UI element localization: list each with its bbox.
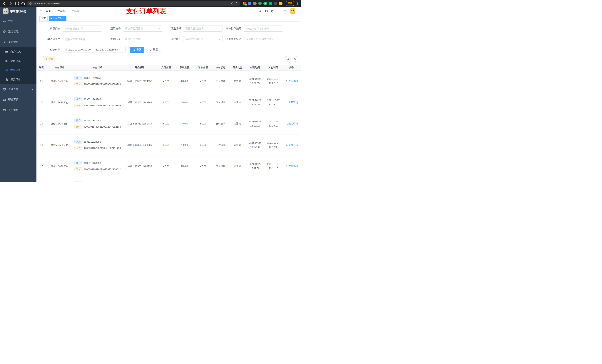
github-icon[interactable] <box>265 10 268 13</box>
time-line: 13:17:03 <box>246 145 264 149</box>
breadcrumb-home[interactable]: 首页 <box>46 10 51 13</box>
table-row-partial: 商户163531185 <box>36 177 301 182</box>
orders-table: 编号支付渠道支付订单商品标题支付金额手续金额退款金额支付状态回调状态创建时间支付… <box>36 64 301 182</box>
order-id-cell: 18 <box>36 134 47 156</box>
sidebar-item-refund-order[interactable]: 退款订单 <box>0 75 36 84</box>
filter-label: 应用编号 <box>104 27 123 30</box>
merchant-order-no-input[interactable] <box>244 26 283 32</box>
notify-status-select[interactable]: 请选择订单回调商户状态 <box>244 36 283 42</box>
bookmark-star-icon[interactable] <box>235 2 238 5</box>
reload-icon[interactable] <box>14 1 20 6</box>
pay-order-cell: 商户1635311468233支付42000011942021102767521… <box>73 156 123 177</box>
help-icon[interactable] <box>271 10 274 13</box>
select-placeholder: 请输入渠道编码 <box>185 27 218 30</box>
column-header: 支付渠道 <box>47 64 73 71</box>
breadcrumb-pay-manage[interactable]: 支付管理 <box>55 10 65 13</box>
empty-cell <box>212 177 229 182</box>
sidebar-item-payment[interactable]: 支付管理 <box>0 37 36 47</box>
user-avatar[interactable] <box>290 8 298 14</box>
time-line: 13:22:15 <box>264 81 283 85</box>
view-detail-link[interactable]: 查看详情 <box>286 165 298 168</box>
column-header: 支付时间 <box>264 64 283 71</box>
search-icon[interactable] <box>258 10 262 13</box>
extension-pin-icon[interactable] <box>274 2 277 5</box>
site-info-icon[interactable] <box>29 2 32 5</box>
sidebar-item-infra[interactable]: 基础设施 <box>0 84 36 94</box>
sidebar-item-workflow[interactable]: 工作流程 <box>0 105 36 115</box>
navbar: 首页 / 支付管理 / 支付订单 支付订单列表 <box>36 7 301 15</box>
extension-green-icon[interactable] <box>258 2 262 5</box>
extensions-strip: 10V <box>241 2 284 5</box>
filter-row: 渠道订单号支付状态请选择支付状态退款状态请选择退款状态回调商户状态请选择订单回调… <box>43 36 301 42</box>
view-detail-link[interactable]: 查看详情 <box>286 122 298 125</box>
refresh-button[interactable] <box>292 56 298 62</box>
back-icon[interactable] <box>2 1 7 6</box>
merchant-order-no: 1635312124657 <box>84 77 101 79</box>
export-button[interactable]: 导出 <box>43 56 55 62</box>
pay-status-select[interactable]: 请选择支付状态 <box>123 36 162 42</box>
channel-order-no-input[interactable] <box>63 36 102 42</box>
sidebar-item-label: 支付订单 <box>10 69 21 72</box>
refund-status-select[interactable]: 请选择退款状态 <box>183 36 223 42</box>
url-text[interactable]: localhost:1024/pay/order <box>33 2 229 5</box>
sidebar-item-label: 研发工具 <box>8 98 19 101</box>
sidebar-item-pay-order[interactable]: 支付订单 <box>0 66 36 75</box>
tab-pay-order[interactable]: 支付订单× <box>49 16 66 21</box>
logo-row[interactable]: 芋道管理系统 <box>0 7 36 16</box>
table-header-row: 编号支付渠道支付订单商品标题支付金额手续金额退款金额支付状态回调状态创建时间支付… <box>36 64 301 71</box>
search-button[interactable]: 搜索 <box>129 47 144 53</box>
view-detail-link[interactable]: 查看详情 <box>286 80 298 83</box>
title-cell: 标题：1635311823086 <box>123 134 157 156</box>
hamburger-icon[interactable] <box>39 10 43 13</box>
extension-grid-icon[interactable]: 10 <box>243 2 246 5</box>
date-range-picker[interactable]: 2021-10-01 00:00:00 - 2021-10-31 23:59:5… <box>63 47 126 53</box>
merchant-order-no: 1635311949168 <box>84 98 101 101</box>
toolbox-icon <box>3 98 6 101</box>
font-size-icon[interactable] <box>284 10 287 13</box>
toggle-search-button[interactable] <box>285 56 291 62</box>
filter-label: 回调商户状态 <box>224 38 244 41</box>
order-id-cell <box>36 177 47 182</box>
share-icon[interactable] <box>231 2 234 5</box>
extension-chat-icon[interactable] <box>269 2 272 5</box>
sidebar-item-dev-tools[interactable]: 研发工具 <box>0 94 36 105</box>
sidebar-item-home[interactable]: 首页 <box>0 16 36 26</box>
forward-icon[interactable] <box>8 1 13 6</box>
channel-code-select[interactable]: 请输入渠道编码 <box>183 26 223 32</box>
merchant-order-no: 1635311823086 <box>84 140 101 143</box>
reset-button[interactable]: 重置 <box>146 47 161 53</box>
view-detail-label: 查看详情 <box>288 80 298 83</box>
view-detail-link[interactable]: 查看详情 <box>286 143 298 147</box>
merchant-tag: 商户 <box>75 97 82 101</box>
pay-order-cell: 商户1635311823086支付42000011672021102710224… <box>73 134 123 156</box>
filter-label: 支付状态 <box>104 38 123 41</box>
yen-icon <box>3 41 6 43</box>
pay-order-cell: 商户163531185 <box>73 177 123 182</box>
home-icon[interactable] <box>21 1 26 6</box>
view-detail-link[interactable]: 查看详情 <box>286 101 298 104</box>
sidebar-item-system[interactable]: 系统管理 <box>0 26 36 37</box>
extension-vue-icon[interactable]: V <box>263 2 267 5</box>
url-bar[interactable]: localhost:1024/pay/order <box>27 1 240 6</box>
filter-label: 渠道编码 <box>164 27 183 30</box>
browser-update-button[interactable]: 更新 <box>286 1 294 6</box>
merchant-input[interactable] <box>63 26 102 32</box>
extension-drop-icon[interactable] <box>248 2 251 5</box>
channel-cell: 微信 JSAPI 支付 <box>47 134 73 156</box>
tab-home[interactable]: 首页 <box>39 16 48 21</box>
sidebar-item-app-info[interactable]: 应用信息 <box>0 56 36 66</box>
date-line: 2021-10-27 <box>246 141 264 145</box>
sidebar-item-merchant-info[interactable]: 商户信息 <box>0 47 36 56</box>
create-time-cell-value: 2021-10-2713:19:09 <box>246 98 264 107</box>
tags-view: 首页支付订单× <box>36 15 301 21</box>
channel-order-line: 支付4200001181202110277723215336 <box>75 104 123 107</box>
fullscreen-icon[interactable] <box>277 10 281 13</box>
extension-globe-icon[interactable] <box>253 2 257 5</box>
app-no-select[interactable]: 请选择应用信息 <box>123 26 162 32</box>
browser-menu-icon[interactable]: ⋮ <box>296 2 299 5</box>
amount-cell: ¥ 0.01 <box>157 113 175 134</box>
close-icon[interactable]: × <box>63 17 64 20</box>
empty-cell <box>194 177 212 182</box>
extension-face-icon[interactable] <box>279 2 282 5</box>
sidebar: 芋道管理系统 首页系统管理支付管理商户信息应用信息支付订单退款订单基础设施研发工… <box>0 7 36 182</box>
